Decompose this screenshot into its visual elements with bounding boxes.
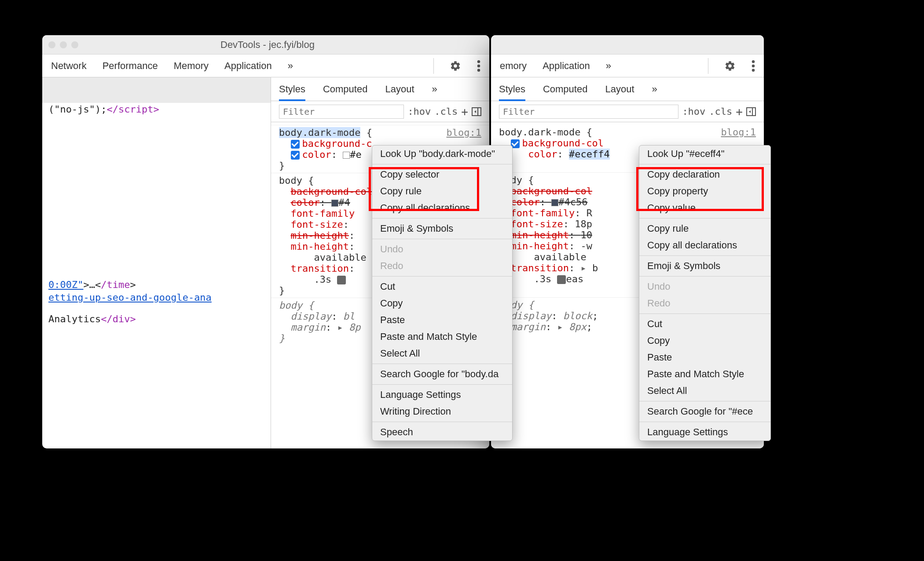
sidebar-toggle-icon[interactable] xyxy=(472,107,481,116)
menu-copy-all-declarations[interactable]: Copy all declarations xyxy=(372,200,512,216)
elements-dom-pane[interactable]: ("no-js");</script​> 0:00Z">…</time> ett… xyxy=(42,77,271,448)
styles-filter-input[interactable] xyxy=(499,105,678,119)
tab-layout[interactable]: Layout xyxy=(605,84,634,95)
rule-source-link[interactable]: blog:1 xyxy=(721,127,756,138)
color-swatch[interactable] xyxy=(551,199,558,206)
menu-writing-direction[interactable]: Writing Direction xyxy=(372,403,512,420)
tab-styles[interactable]: Styles xyxy=(279,84,305,101)
css-property[interactable]: color xyxy=(291,197,320,208)
property-checkbox[interactable] xyxy=(291,140,300,149)
tabs-overflow-icon[interactable]: » xyxy=(288,60,293,72)
menu-copy-rule[interactable]: Copy rule xyxy=(372,183,512,200)
tab-application[interactable]: Application xyxy=(543,60,590,72)
menu-lookup[interactable]: Look Up "body.dark-mode" xyxy=(372,146,512,162)
tab-styles[interactable]: Styles xyxy=(499,84,525,101)
window-titlebar[interactable]: DevTools - jec.fyi/blog xyxy=(42,35,489,55)
menu-paste-match[interactable]: Paste and Match Style xyxy=(639,366,770,382)
zoom-dot[interactable] xyxy=(71,41,78,48)
expand-triangle-icon[interactable]: ▸ xyxy=(337,322,343,333)
rule-source-link[interactable]: blog:1 xyxy=(447,127,481,138)
hov-toggle[interactable]: :hov xyxy=(682,106,705,117)
tab-performance[interactable]: Performance xyxy=(103,60,158,72)
dom-link[interactable]: etting-up-seo-and-google-ana xyxy=(48,292,212,303)
css-property[interactable]: min-height xyxy=(291,241,349,252)
tabs-overflow-icon[interactable]: » xyxy=(606,60,611,72)
menu-select-all[interactable]: Select All xyxy=(372,345,512,362)
menu-speech[interactable]: Speech xyxy=(372,424,512,441)
css-property[interactable]: display xyxy=(291,311,332,322)
css-selector[interactable]: body xyxy=(279,300,302,311)
menu-copy-property[interactable]: Copy property xyxy=(639,183,770,200)
subtabs-overflow-icon[interactable]: » xyxy=(652,84,657,95)
menu-copy-declaration[interactable]: Copy declaration xyxy=(639,166,770,183)
css-property[interactable]: margin xyxy=(291,322,326,333)
css-property[interactable]: background-col xyxy=(511,186,592,197)
tab-memory-partial[interactable]: emory xyxy=(500,60,527,72)
css-property[interactable]: font-family xyxy=(511,208,575,219)
context-menu-left[interactable]: Look Up "body.dark-mode" Copy selector C… xyxy=(372,145,513,441)
css-property[interactable]: color xyxy=(511,197,540,208)
color-swatch[interactable] xyxy=(331,200,338,207)
menu-copy-value[interactable]: Copy value xyxy=(639,200,770,216)
menu-paste[interactable]: Paste xyxy=(372,312,512,328)
css-property[interactable]: min-height xyxy=(511,240,569,251)
menu-copy[interactable]: Copy xyxy=(639,332,770,349)
styles-filter-input[interactable] xyxy=(279,105,404,119)
close-dot[interactable] xyxy=(48,41,55,48)
expand-triangle-icon[interactable]: ▸ xyxy=(557,321,563,332)
css-selector[interactable]: body.dark-mode xyxy=(499,127,580,138)
easing-icon[interactable] xyxy=(337,276,346,284)
css-selector[interactable]: body xyxy=(279,175,302,186)
subtabs-overflow-icon[interactable]: » xyxy=(432,84,437,95)
menu-copy-selector[interactable]: Copy selector xyxy=(372,166,512,183)
css-property[interactable]: min-height xyxy=(511,230,569,240)
menu-copy[interactable]: Copy xyxy=(372,295,512,312)
cls-toggle[interactable]: .cls xyxy=(709,106,732,117)
css-property[interactable]: background-c xyxy=(302,138,372,149)
menu-emoji[interactable]: Emoji & Symbols xyxy=(372,220,512,237)
css-value-selected[interactable]: #eceff4 xyxy=(569,149,610,160)
css-property[interactable]: background-col xyxy=(522,138,604,149)
tab-computed[interactable]: Computed xyxy=(543,84,588,95)
easing-icon[interactable] xyxy=(557,275,566,284)
sidebar-toggle-icon[interactable] xyxy=(746,107,756,116)
dom-selected-row[interactable] xyxy=(42,77,271,103)
kebab-icon[interactable] xyxy=(752,60,755,72)
minimize-dot[interactable] xyxy=(60,41,67,48)
tab-application[interactable]: Application xyxy=(224,60,272,72)
menu-cut[interactable]: Cut xyxy=(372,278,512,295)
color-swatch[interactable] xyxy=(343,152,350,159)
menu-paste-match[interactable]: Paste and Match Style xyxy=(372,328,512,345)
menu-search-google[interactable]: Search Google for "body.da xyxy=(372,366,512,382)
css-property[interactable]: font-family xyxy=(291,208,355,219)
gear-icon[interactable] xyxy=(724,60,736,72)
css-selector[interactable]: body.dark-mode xyxy=(279,127,360,138)
tab-memory[interactable]: Memory xyxy=(174,60,209,72)
property-checkbox[interactable] xyxy=(291,151,300,160)
tab-computed[interactable]: Computed xyxy=(323,84,368,95)
kebab-icon[interactable] xyxy=(477,60,480,72)
menu-language-settings[interactable]: Language Settings xyxy=(639,424,770,441)
css-property[interactable]: display xyxy=(511,310,552,321)
css-property[interactable]: font-size xyxy=(511,219,563,230)
css-property[interactable]: color xyxy=(302,149,331,160)
css-property[interactable]: transition xyxy=(511,262,569,273)
css-property[interactable]: min-height xyxy=(291,230,349,241)
css-property[interactable]: background-col xyxy=(291,186,372,197)
context-menu-right[interactable]: Look Up "#eceff4" Copy declaration Copy … xyxy=(639,145,771,441)
menu-lookup[interactable]: Look Up "#eceff4" xyxy=(639,146,770,162)
menu-emoji[interactable]: Emoji & Symbols xyxy=(639,258,770,274)
menu-search-google[interactable]: Search Google for "#ece xyxy=(639,403,770,420)
css-property[interactable]: margin xyxy=(511,321,546,332)
window-titlebar[interactable] xyxy=(491,35,764,55)
css-property[interactable]: font-size xyxy=(291,219,343,230)
menu-select-all[interactable]: Select All xyxy=(639,382,770,399)
menu-language-settings[interactable]: Language Settings xyxy=(372,386,512,403)
tab-layout[interactable]: Layout xyxy=(385,84,414,95)
menu-cut[interactable]: Cut xyxy=(639,316,770,332)
menu-copy-rule[interactable]: Copy rule xyxy=(639,220,770,237)
traffic-lights[interactable] xyxy=(48,41,78,48)
cls-toggle[interactable]: .cls xyxy=(434,106,458,117)
css-property[interactable]: color xyxy=(528,149,557,160)
new-rule-button[interactable]: + xyxy=(736,105,743,118)
